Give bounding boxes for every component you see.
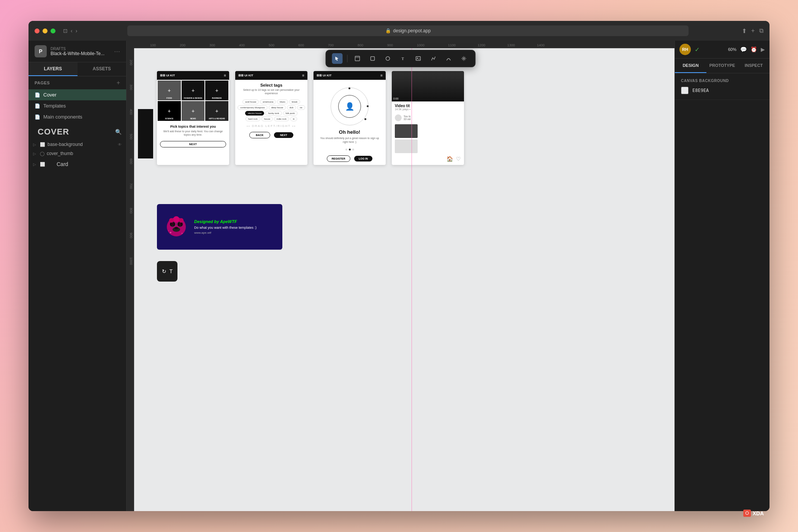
video-thumbnails bbox=[392, 123, 464, 156]
layer-item-cover-thumb[interactable]: ▷ ◯ cover_thumb bbox=[28, 149, 126, 158]
drag-indicator: •• DRAG LEFT/RIGHT •• bbox=[235, 123, 307, 129]
frame-tool[interactable] bbox=[352, 53, 363, 64]
curve-tool[interactable] bbox=[443, 53, 454, 64]
thumb-row-2 bbox=[395, 139, 461, 153]
pagination-dots bbox=[314, 149, 386, 150]
minimize-button[interactable] bbox=[43, 28, 48, 33]
svg-text:T: T bbox=[402, 57, 404, 61]
back-button[interactable]: ‹ bbox=[71, 28, 73, 34]
xda-watermark: ⬡ XDA bbox=[743, 510, 764, 517]
page-item-templates[interactable]: 📄 Templates bbox=[28, 100, 126, 111]
expand-icon: ▷ bbox=[33, 142, 38, 147]
tag-folk-punk[interactable]: folk punk bbox=[283, 111, 298, 116]
tag-blues[interactable]: blues bbox=[277, 100, 288, 104]
canvas-color-swatch[interactable] bbox=[681, 87, 689, 94]
frame3-register-button[interactable]: REGISTER bbox=[327, 155, 350, 162]
sidebar-menu-icon[interactable]: ⋯ bbox=[114, 48, 120, 55]
tab-inspect[interactable]: INSPECT bbox=[738, 59, 770, 73]
rectangle-tool[interactable] bbox=[367, 53, 378, 64]
frame2-title: Select tags bbox=[235, 80, 307, 88]
frame2-back-button[interactable]: BACK bbox=[249, 132, 270, 138]
tag-acid-house[interactable]: acid house bbox=[242, 100, 259, 104]
frame1-subtitle: We'll add these to your daily feed. You … bbox=[160, 130, 226, 136]
tag-electro-house[interactable]: electro house bbox=[245, 111, 264, 116]
share-icon[interactable]: ⬆ bbox=[742, 27, 747, 35]
topic-food: + FOOD bbox=[158, 81, 181, 100]
floating-tool-panel: ↻ T bbox=[157, 261, 177, 282]
tag-dub[interactable]: dub bbox=[287, 105, 296, 110]
page-item-cover[interactable]: 📄 Cover bbox=[28, 89, 126, 100]
page-item-main-components[interactable]: 📄 Main components bbox=[28, 111, 126, 122]
tab-assets[interactable]: ASSETS bbox=[78, 62, 127, 76]
tab-prototype[interactable]: PROTOTYPE bbox=[706, 59, 738, 73]
circle-group: 👤 bbox=[331, 87, 369, 125]
ruler-mark-700: 700 bbox=[328, 43, 334, 47]
tab-layers[interactable]: LAYERS bbox=[28, 62, 78, 76]
layer-type-icon: ⬜ bbox=[40, 162, 45, 167]
tag-deep-house[interactable]: deep house bbox=[269, 105, 286, 110]
tag-honky-tonk[interactable]: honky tonk bbox=[265, 111, 282, 116]
title-bar-right: ⬆ + ⧉ bbox=[742, 27, 763, 35]
new-tab-icon[interactable]: + bbox=[751, 27, 755, 34]
topic-plus-icon: + bbox=[168, 87, 171, 93]
expand-icon: ▷ bbox=[33, 162, 38, 166]
home-icon[interactable]: 🏠 bbox=[446, 156, 453, 162]
history-icon[interactable]: ⏰ bbox=[750, 46, 757, 52]
tag-break[interactable]: break bbox=[289, 100, 300, 104]
tab-icon[interactable]: ⊡ bbox=[63, 28, 68, 34]
search-layers-button[interactable]: 🔍 bbox=[115, 129, 122, 135]
url-text: design.penpot.app bbox=[393, 28, 431, 33]
video-time: 0:00 bbox=[393, 97, 399, 100]
tag-in[interactable]: in bbox=[290, 117, 298, 121]
tag-ne[interactable]: ne bbox=[297, 105, 305, 110]
text-tool-icon[interactable]: T bbox=[169, 268, 173, 274]
canvas-wrapper[interactable]: 100 200 300 400 500 600 700 800 900 1000… bbox=[127, 41, 674, 511]
ruler-mark-1200: 1200 bbox=[478, 43, 485, 47]
thumb-mini-2 bbox=[395, 139, 418, 153]
tag-house[interactable]: house bbox=[261, 117, 273, 121]
frame-select-tags: ⊞⊞ UI KIT ≡ Select tags Select up to 10 … bbox=[235, 71, 307, 165]
frame1-menu: ≡ bbox=[224, 73, 226, 78]
layer-item-base-background[interactable]: ▷ ⬜ base-background 👁 bbox=[28, 140, 126, 149]
forward-button[interactable]: › bbox=[76, 28, 78, 34]
present-icon[interactable]: ▶ bbox=[761, 46, 765, 52]
settings-tool[interactable] bbox=[459, 53, 469, 64]
frame1-next-button[interactable]: NEXT bbox=[160, 141, 226, 147]
select-tool[interactable] bbox=[332, 53, 343, 64]
ruler-mark-v-700: 700 bbox=[129, 183, 133, 189]
color-row: E8E9EA bbox=[681, 87, 763, 94]
tabs-icon[interactable]: ⧉ bbox=[759, 27, 763, 34]
ruler-mark-v-300: 300 bbox=[129, 84, 133, 90]
pen-tool[interactable] bbox=[428, 53, 439, 64]
pagination-dot-1 bbox=[345, 149, 347, 150]
fullscreen-button[interactable] bbox=[51, 28, 55, 33]
url-bar[interactable]: 🔒 design.penpot.app bbox=[127, 25, 688, 36]
svg-point-7 bbox=[463, 58, 465, 59]
dark-panel-hint bbox=[138, 109, 153, 158]
svg-point-21 bbox=[170, 232, 171, 233]
tag-contemporary-bluegrass[interactable]: contemporary bluegrass bbox=[238, 105, 267, 110]
canvas-content: ⊞⊞ UI KIT ≡ + FOOD + FASHION & bbox=[134, 48, 674, 511]
image-tool[interactable] bbox=[413, 53, 424, 64]
oh-hello-title: Oh hello! bbox=[314, 129, 386, 135]
frame3-login-button[interactable]: LOG IN bbox=[354, 156, 372, 162]
ruler-mark-800: 800 bbox=[358, 43, 363, 47]
text-tool[interactable]: T bbox=[398, 53, 408, 64]
layer-item-card[interactable]: ▷ ⬜ Card bbox=[28, 158, 126, 170]
layer-visibility-icon[interactable]: 👁 bbox=[118, 142, 122, 147]
tags-grid: acid house americana blues break contemp… bbox=[235, 98, 307, 123]
frame2-next-button[interactable]: NEXT bbox=[274, 132, 293, 138]
tab-design[interactable]: DESIGN bbox=[675, 59, 706, 73]
rotate-tool-icon[interactable]: ↻ bbox=[162, 268, 166, 274]
add-page-button[interactable]: + bbox=[117, 79, 120, 86]
tag-americana[interactable]: americana bbox=[260, 100, 276, 104]
heart-icon[interactable]: ♡ bbox=[456, 156, 461, 162]
tag-hard-rock[interactable]: hard rock bbox=[245, 117, 260, 121]
ellipse-tool[interactable] bbox=[383, 53, 393, 64]
comment-icon[interactable]: 💬 bbox=[740, 46, 747, 52]
mac-window: ⊡ ‹ › 🔒 design.penpot.app ⬆ + ⧉ P DRAFTS… bbox=[28, 21, 770, 511]
frames-container: ⊞⊞ UI KIT ≡ + FOOD + FASHION & bbox=[157, 71, 464, 165]
banner-text-group: Designed by ApeWTF Do what you want with… bbox=[194, 219, 276, 234]
tag-indie-rock[interactable]: indie rock bbox=[274, 117, 289, 121]
close-button[interactable] bbox=[35, 28, 40, 33]
